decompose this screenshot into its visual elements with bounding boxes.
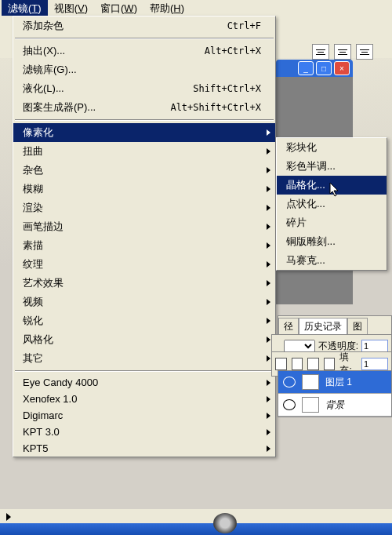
pixelate-submenu: 彩块化 彩色半调... 晶格化... 点状化... 碎片 铜版雕刻... 马赛克… — [276, 137, 387, 271]
layer-thumbnail — [302, 397, 319, 413]
layer-row[interactable]: 图层 1 — [278, 371, 391, 394]
menu-digimarc[interactable]: Digimarc — [13, 407, 275, 424]
lock-pixels-icon[interactable] — [292, 358, 303, 370]
menu-distort[interactable]: 扭曲 — [13, 142, 275, 161]
menu-other[interactable]: 其它 — [13, 349, 275, 368]
menu-kpt5[interactable]: KPT5 — [13, 440, 275, 457]
menu-artistic[interactable]: 艺术效果 — [13, 274, 275, 293]
menu-stylize[interactable]: 风格化 — [13, 330, 275, 349]
filters-menu: 添加杂色 Ctrl+F 抽出(X)... Alt+Ctrl+X 滤镜库(G)..… — [13, 16, 276, 457]
tab-path[interactable]: 径 — [278, 318, 299, 335]
minimize-icon[interactable]: _ — [298, 61, 314, 75]
document-window-titlebar: _ □ × — [276, 60, 353, 77]
menu-filter-gallery[interactable]: 滤镜库(G)... — [13, 60, 275, 79]
layer-name: 背景 — [325, 399, 344, 412]
menubar-help[interactable]: 帮助(H) — [143, 0, 191, 16]
layer-name: 图层 1 — [325, 376, 352, 389]
lock-position-icon[interactable] — [307, 358, 319, 370]
menu-xenofex[interactable]: Xenofex 1.0 — [13, 391, 275, 407]
lock-all-icon[interactable] — [324, 358, 336, 370]
tab-extra[interactable]: 图 — [347, 318, 368, 335]
tab-history[interactable]: 历史记录 — [299, 318, 347, 335]
menu-liquify[interactable]: 液化(L)... Shift+Ctrl+X — [13, 79, 275, 98]
menubar-view[interactable]: 视图(V) — [48, 0, 94, 16]
menu-sharpen[interactable]: 锐化 — [13, 311, 275, 330]
layer-row[interactable]: 背景 — [278, 394, 391, 417]
submenu-facet[interactable]: 彩块化 — [277, 138, 387, 157]
close-icon[interactable]: × — [334, 61, 350, 75]
submenu-halftone[interactable]: 彩色半调... — [277, 157, 387, 176]
submenu-pointillize[interactable]: 点状化... — [277, 195, 387, 213]
submenu-fragment[interactable]: 碎片 — [277, 213, 387, 232]
menu-render[interactable]: 渲染 — [13, 198, 275, 217]
menu-kpt3[interactable]: KPT 3.0 — [13, 424, 275, 440]
submenu-crystallize[interactable]: 晶格化... — [277, 176, 387, 195]
menu-brushstrokes[interactable]: 画笔描边 — [13, 217, 275, 236]
align-left-icon[interactable] — [312, 44, 329, 60]
blend-mode-select[interactable] — [284, 340, 315, 352]
submenu-mezzotint[interactable]: 铜版雕刻... — [277, 232, 387, 251]
menu-sketch[interactable]: 素描 — [13, 236, 275, 255]
fill-input[interactable] — [361, 358, 388, 370]
menubar-window[interactable]: 窗口(W) — [94, 0, 143, 16]
taskbar — [0, 523, 392, 535]
visibility-icon[interactable] — [283, 399, 296, 410]
menu-blur[interactable]: 模糊 — [13, 180, 275, 198]
menu-eyecandy[interactable]: Eye Candy 4000 — [13, 374, 275, 391]
opacity-input[interactable] — [361, 340, 388, 352]
lock-icon[interactable] — [275, 358, 287, 370]
align-center-icon[interactable] — [334, 44, 351, 60]
menu-add-noise[interactable]: 添加杂色 Ctrl+F — [13, 16, 275, 35]
layers-panel: 图层 1 背景 — [278, 370, 392, 417]
maximize-icon[interactable]: □ — [316, 61, 332, 75]
align-right-icon[interactable] — [356, 44, 373, 60]
menu-video[interactable]: 视频 — [13, 293, 275, 311]
menu-noise[interactable]: 杂色 — [13, 161, 275, 180]
menubar-filter[interactable]: 滤镜(T) — [2, 0, 48, 16]
panel-tabs: 径 历史记录 图 — [278, 315, 392, 336]
menu-pattern-maker[interactable]: 图案生成器(P)... Alt+Shift+Ctrl+X — [13, 98, 275, 117]
scroll-right-icon[interactable] — [3, 511, 14, 523]
taskbar-app-icon[interactable] — [213, 513, 237, 533]
visibility-icon[interactable] — [283, 377, 296, 388]
menu-extract[interactable]: 抽出(X)... Alt+Ctrl+X — [13, 42, 275, 60]
submenu-mosaic[interactable]: 马赛克... — [277, 251, 387, 270]
menu-texture[interactable]: 纹理 — [13, 255, 275, 274]
layer-thumbnail — [302, 374, 319, 390]
menu-pixelate[interactable]: 像素化 — [13, 123, 275, 142]
